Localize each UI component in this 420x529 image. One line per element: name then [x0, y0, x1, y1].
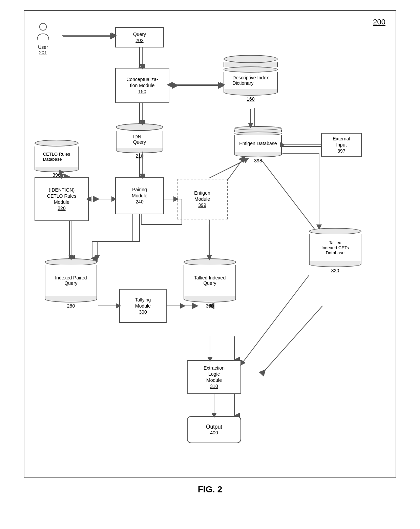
tallied-indexed-query-node: Tallied Indexed Query 350 — [184, 258, 236, 309]
user-node: User 201 — [35, 23, 51, 55]
query-node: Query 202 — [115, 27, 164, 47]
external-input-node: External Input 397 — [321, 133, 362, 157]
entigen-db-node: Entigen Database 398 — [234, 126, 282, 165]
tallying-module-node: Tallying Module 300 — [119, 289, 167, 323]
svg-line-42 — [242, 275, 309, 364]
indexed-paired-query-node: Indexed Paired Query 280 — [45, 258, 97, 309]
descriptive-index-node: Descriptive Index Dictionary 160 — [224, 55, 278, 103]
user-icon — [35, 23, 51, 43]
svg-point-23 — [40, 23, 47, 31]
extraction-logic-node: Extraction Logic Module 310 — [187, 360, 241, 394]
idn-query-node: IDN Query 210 — [116, 123, 163, 159]
output-node: Output 400 — [187, 416, 241, 443]
conceptualization-node: Conceptualiza- tion Module 150 — [115, 68, 169, 103]
user-label: User 201 — [38, 44, 48, 55]
diagram-ref: 200 — [373, 18, 385, 26]
cetlo-rules-db-node: CETLO Rules Database 396 — [35, 140, 79, 178]
diagram-container: 200 — [24, 10, 396, 478]
svg-line-21 — [265, 306, 322, 370]
tallied-cets-db-node: Tallied Indexed CETs Database 320 — [309, 228, 361, 273]
entigen-module-node: Entigen Module 399 — [177, 179, 228, 219]
pairing-module-node: Pairing Module 240 — [115, 177, 164, 214]
fig-label: FIG. 2 — [198, 484, 222, 495]
identign-cetlo-node: (IDENTIGN) CETLO Rules Module 220 — [35, 177, 89, 221]
